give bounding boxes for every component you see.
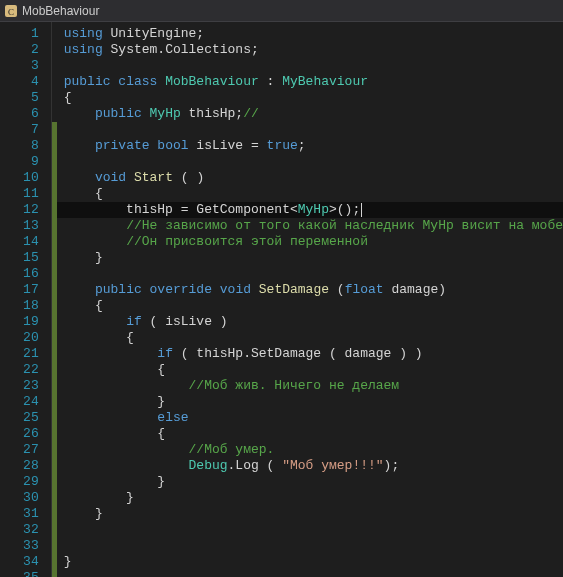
change-marker — [52, 474, 57, 490]
code-line[interactable]: using System.Collections; — [52, 42, 563, 58]
line-number: 7 — [0, 122, 51, 138]
line-number: 15 — [0, 250, 51, 266]
change-marker — [52, 154, 57, 170]
code-line[interactable]: private bool isLive = true; — [52, 138, 563, 154]
code-line[interactable]: if ( thisHp.SetDamage ( damage ) ) — [52, 346, 563, 362]
code-line[interactable]: //Не зависимо от того какой наследник My… — [52, 218, 563, 234]
text-cursor — [361, 203, 362, 217]
line-number: 33 — [0, 538, 51, 554]
code-line[interactable]: public MyHp thisHp;// — [52, 106, 563, 122]
code-line[interactable]: Debug.Log ( "Моб умер!!!"); — [52, 458, 563, 474]
code-line[interactable]: public class MobBehaviour : MyBehaviour — [52, 74, 563, 90]
code-line[interactable]: { — [52, 330, 563, 346]
token-kw: using — [64, 26, 103, 41]
change-marker — [52, 266, 57, 282]
code-line[interactable]: } — [52, 394, 563, 410]
code-editor[interactable]: 1234567891011121314151617181920212223242… — [0, 22, 563, 577]
code-line[interactable]: else — [52, 410, 563, 426]
line-number: 5 — [0, 90, 51, 106]
token-kw: bool — [157, 138, 188, 153]
code-line[interactable]: { — [52, 298, 563, 314]
code-line[interactable]: } — [52, 554, 563, 570]
code-line[interactable]: { — [52, 186, 563, 202]
token-fn: SetDamage — [259, 282, 329, 297]
code-line[interactable]: public override void SetDamage (float da… — [52, 282, 563, 298]
titlebar-title: MobBehaviour — [22, 4, 99, 18]
token-txt: . — [157, 42, 165, 57]
change-marker — [52, 394, 57, 410]
token-txt: ; — [298, 138, 306, 153]
token-txt: ( — [329, 282, 345, 297]
code-line[interactable]: //Моб умер. — [52, 442, 563, 458]
token-kw: public — [64, 74, 111, 89]
line-number: 35 — [0, 570, 51, 577]
token-txt — [64, 378, 189, 393]
token-txt: } — [64, 506, 103, 521]
code-line[interactable]: } — [52, 474, 563, 490]
token-txt: ; — [196, 26, 204, 41]
change-marker — [52, 250, 57, 266]
line-number: 10 — [0, 170, 51, 186]
line-number: 2 — [0, 42, 51, 58]
token-txt — [64, 314, 126, 329]
code-line[interactable] — [52, 266, 563, 282]
code-line[interactable]: void Start ( ) — [52, 170, 563, 186]
code-line[interactable]: } — [52, 490, 563, 506]
change-marker — [52, 410, 57, 426]
token-kw: using — [64, 42, 103, 57]
code-line[interactable]: //Он присвоится этой переменной — [52, 234, 563, 250]
line-number: 13 — [0, 218, 51, 234]
code-line[interactable]: using UnityEngine; — [52, 26, 563, 42]
line-number: 8 — [0, 138, 51, 154]
change-marker — [52, 346, 57, 362]
code-line[interactable]: } — [52, 506, 563, 522]
token-kw: override — [150, 282, 212, 297]
change-marker — [52, 490, 57, 506]
token-txt: (); — [337, 202, 360, 217]
code-line[interactable] — [52, 154, 563, 170]
token-txt: { — [64, 298, 103, 313]
code-line[interactable] — [52, 522, 563, 538]
token-cmt: //Моб умер. — [189, 442, 275, 457]
token-txt — [142, 106, 150, 121]
change-marker — [52, 138, 57, 154]
line-number: 14 — [0, 234, 51, 250]
token-txt: ( ) — [181, 170, 204, 185]
code-line[interactable]: thisHp = GetComponent<MyHp>(); — [52, 202, 563, 218]
code-line[interactable] — [52, 538, 563, 554]
token-kw: true — [267, 138, 298, 153]
token-txt — [103, 42, 111, 57]
line-number: 6 — [0, 106, 51, 122]
token-txt — [64, 346, 158, 361]
token-txt: { — [64, 362, 165, 377]
change-marker — [52, 442, 57, 458]
line-number: 32 — [0, 522, 51, 538]
token-txt: { — [64, 330, 134, 345]
token-txt — [126, 170, 134, 185]
code-line[interactable] — [52, 570, 563, 577]
code-area[interactable]: using UnityEngine;using System.Collectio… — [51, 22, 563, 577]
code-line[interactable]: { — [52, 90, 563, 106]
token-kw: void — [95, 170, 126, 185]
line-number: 4 — [0, 74, 51, 90]
line-number: 16 — [0, 266, 51, 282]
change-marker — [52, 554, 57, 570]
code-line[interactable]: //Моб жив. Ничего не делаем — [52, 378, 563, 394]
token-txt — [157, 74, 165, 89]
line-number: 25 — [0, 410, 51, 426]
code-line[interactable] — [52, 58, 563, 74]
code-line[interactable]: } — [52, 250, 563, 266]
line-number: 26 — [0, 426, 51, 442]
token-txt: } — [64, 394, 165, 409]
line-number: 30 — [0, 490, 51, 506]
code-line[interactable] — [52, 122, 563, 138]
token-kw: void — [220, 282, 251, 297]
code-line[interactable]: if ( isLive ) — [52, 314, 563, 330]
change-marker — [52, 234, 57, 250]
code-line[interactable]: { — [52, 362, 563, 378]
token-cmt: //Моб жив. Ничего не делаем — [189, 378, 400, 393]
token-fn: Start — [134, 170, 173, 185]
line-number-gutter: 1234567891011121314151617181920212223242… — [0, 22, 51, 577]
code-line[interactable]: { — [52, 426, 563, 442]
token-cls: MyBehaviour — [282, 74, 368, 89]
